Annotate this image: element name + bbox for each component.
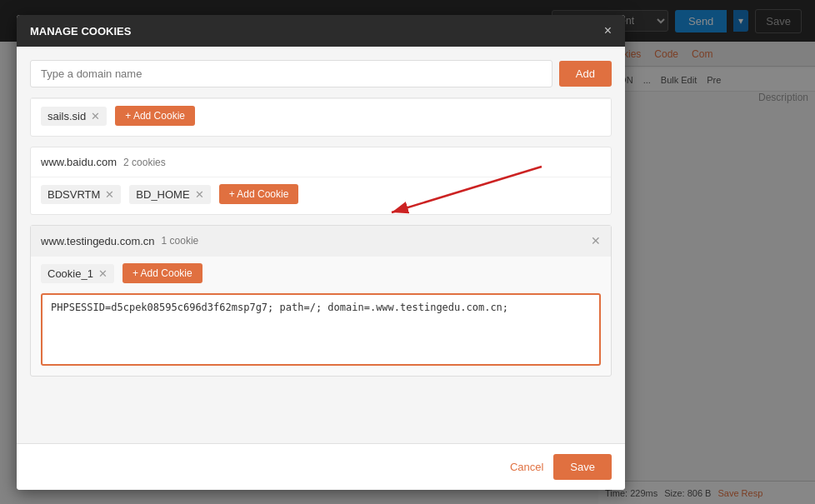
add-cookie-button-testingedu[interactable]: + Add Cookie <box>122 263 202 283</box>
cookie-chip-remove-bdhome[interactable]: ✕ <box>195 189 204 200</box>
manage-cookies-modal: MANAGE COOKIES × Add sails.sid ✕ + Add C… <box>17 15 625 490</box>
domain-section-sails: sails.sid ✕ + Add Cookie <box>30 97 612 137</box>
cookie-chip-sails-sid: sails.sid ✕ <box>41 107 107 126</box>
save-button[interactable]: Save <box>553 454 612 480</box>
modal-header: MANAGE COOKIES × <box>17 15 625 47</box>
baidu-cookie-count: 2 cookies <box>123 157 166 168</box>
add-cookie-button-baidu[interactable]: + Add Cookie <box>219 184 299 204</box>
testingedu-cookies-row: Cookie_1 ✕ + Add Cookie <box>31 256 611 293</box>
add-cookie-button-sails[interactable]: + Add Cookie <box>115 106 195 126</box>
baidu-domain-name: www.baidu.com <box>41 156 117 168</box>
cookie-sections: sails.sid ✕ + Add Cookie www.baidu.com 2… <box>30 97 612 430</box>
modal-close-button[interactable]: × <box>604 23 612 38</box>
modal-title: MANAGE COOKIES <box>30 25 131 37</box>
cookie-chip-label-bdhome: BD_HOME <box>136 188 189 201</box>
domain-section-baidu: www.baidu.com 2 cookies BDSVRTM ✕ BD_HOM… <box>30 147 612 215</box>
testingedu-header: www.testingedu.com.cn 1 cookie ✕ <box>31 226 611 256</box>
cookie-chip-bdhome: BD_HOME ✕ <box>129 185 210 204</box>
baidu-cookies-row: BDSVRTM ✕ BD_HOME ✕ + Add Cookie <box>31 177 611 214</box>
domain-input-row: Add <box>30 60 612 87</box>
cookie-chip-cookie1: Cookie_1 ✕ <box>41 264 114 283</box>
cookie-chip-bdsvrtm: BDSVRTM ✕ <box>41 185 121 204</box>
baidu-header: www.baidu.com 2 cookies <box>31 147 611 177</box>
domain-section-testingedu: www.testingedu.com.cn 1 cookie ✕ Cookie_… <box>30 225 612 377</box>
cookie-textarea-wrapper: PHPSESSID=d5cpek08595c696d3f62msp7g7; pa… <box>31 293 611 376</box>
cookie-chip-label-cookie1: Cookie_1 <box>48 267 93 280</box>
cancel-button[interactable]: Cancel <box>510 461 543 473</box>
add-domain-button[interactable]: Add <box>559 61 612 87</box>
testingedu-domain-name: www.testingedu.com.cn <box>41 235 155 247</box>
testingedu-close-button[interactable]: ✕ <box>591 234 601 247</box>
cookie-chip-label: sails.sid <box>48 110 86 122</box>
cookie-chip-remove-cookie1[interactable]: ✕ <box>98 268 108 279</box>
cookie-chip-remove-sails-sid[interactable]: ✕ <box>91 111 100 122</box>
testingedu-cookie-count: 1 cookie <box>162 235 199 247</box>
cookie-value-textarea[interactable]: PHPSESSID=d5cpek08595c696d3f62msp7g7; pa… <box>42 295 599 362</box>
cookie-textarea-container: PHPSESSID=d5cpek08595c696d3f62msp7g7; pa… <box>41 293 601 366</box>
cookie-chip-remove-bdsvrtm[interactable]: ✕ <box>105 189 114 200</box>
domain-name-input[interactable] <box>30 60 552 87</box>
sails-cookies-row: sails.sid ✕ + Add Cookie <box>31 98 611 136</box>
cookie-chip-label-bdsvrtm: BDSVRTM <box>48 188 100 201</box>
modal-footer: Cancel Save <box>17 443 625 490</box>
modal-body: Add sails.sid ✕ + Add Cookie www.baidu.c… <box>17 47 625 443</box>
